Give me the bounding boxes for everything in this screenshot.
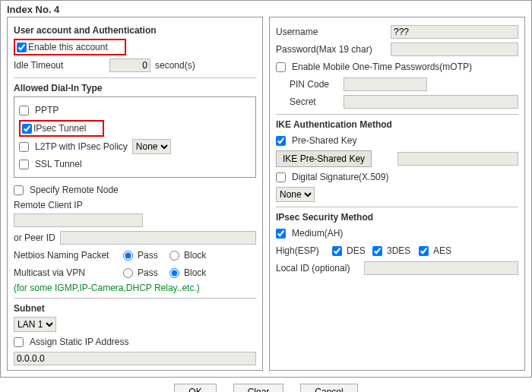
specify-remote-node-checkbox[interactable]: [14, 185, 24, 195]
subnet-select[interactable]: LAN 1: [14, 317, 56, 332]
multicast-pass-radio[interactable]: [123, 268, 133, 278]
specify-remote-node-label: Specify Remote Node: [30, 185, 119, 195]
pin-code-input[interactable]: [344, 77, 427, 91]
psk-label: Pre-Shared Key: [292, 135, 356, 146]
divider: [14, 77, 256, 78]
netbios-block-radio[interactable]: [169, 251, 179, 261]
multicast-label: Multicast via VPN: [14, 267, 120, 278]
ipsec-security-header: IPsec Security Method: [276, 212, 518, 223]
ssl-tunnel-label: SSL Tunnel: [35, 159, 82, 169]
netbios-label: Netbios Naming Packet: [14, 250, 120, 261]
highlight-ipsec-tunnel: IPsec Tunnel: [19, 120, 104, 137]
divider: [14, 298, 256, 299]
aes-label: AES: [433, 245, 451, 256]
username-label: Username: [276, 27, 386, 37]
password-input[interactable]: [391, 43, 518, 56]
user-auth-header: User account and Authentication: [14, 25, 256, 36]
ike-psk-button[interactable]: IKE Pre-Shared Key: [276, 150, 372, 167]
remote-client-ip-input[interactable]: [14, 213, 143, 227]
ssl-tunnel-checkbox[interactable]: [19, 160, 29, 169]
remote-client-ip-label: Remote Client IP: [14, 200, 256, 210]
local-id-label: Local ID (optional): [276, 263, 359, 273]
l2tp-label: L2TP with IPsec Policy: [35, 141, 128, 152]
right-panel: Username Password(Max 19 char) Enable Mo…: [269, 17, 525, 371]
digital-sig-checkbox[interactable]: [276, 172, 286, 182]
pptp-checkbox[interactable]: [19, 106, 29, 115]
ipsec-tunnel-label: IPsec Tunnel: [33, 123, 86, 134]
assign-static-ip-checkbox[interactable]: [14, 337, 24, 347]
enable-account-label: Enable this account: [28, 42, 108, 52]
l2tp-checkbox[interactable]: [19, 142, 29, 152]
medium-ah-checkbox[interactable]: [276, 229, 286, 239]
multicast-block-radio[interactable]: [169, 268, 179, 278]
psk-checkbox[interactable]: [276, 136, 286, 146]
assign-static-ip-label: Assign Static IP Address: [30, 337, 129, 347]
divider: [276, 114, 518, 115]
clear-button[interactable]: Clear: [233, 384, 284, 392]
subnet-header: Subnet: [14, 303, 256, 314]
idle-timeout-label: Idle Timeout: [14, 60, 105, 71]
multicast-note: (for some IGMP,IP-Camera,DHCP Relay..etc…: [14, 283, 256, 293]
static-ip-input[interactable]: [14, 352, 256, 365]
des-checkbox[interactable]: [332, 246, 342, 256]
netbios-pass-label: Pass: [138, 250, 166, 261]
highlight-enable-account: Enable this account: [14, 39, 126, 55]
l2tp-policy-select[interactable]: None: [132, 139, 171, 154]
ike-psk-input[interactable]: [397, 152, 518, 166]
digital-sig-select[interactable]: None: [276, 187, 315, 202]
medium-ah-label: Medium(AH): [292, 228, 343, 239]
page-title: Index No. 4: [7, 4, 525, 15]
allowed-dialin-group: PPTP IPsec Tunnel L2TP with IPsec Policy…: [14, 96, 256, 178]
motp-label: Enable Mobile One-Time Passwords(mOTP): [292, 62, 472, 72]
digital-sig-label: Digital Signature(X.509): [292, 172, 388, 182]
des-label: DES: [347, 245, 369, 256]
ike-header: IKE Authentication Method: [276, 119, 518, 130]
pin-code-label: PIN Code: [290, 79, 339, 90]
password-label: Password(Max 19 char): [276, 44, 386, 55]
netbios-pass-radio[interactable]: [123, 251, 133, 261]
enable-account-checkbox[interactable]: [17, 43, 27, 52]
cancel-button[interactable]: Cancel: [300, 384, 357, 392]
ok-button[interactable]: OK: [174, 384, 216, 392]
tripledes-checkbox[interactable]: [372, 246, 382, 256]
secret-label: Secret: [290, 96, 339, 107]
divider: [276, 207, 518, 207]
tripledes-label: 3DES: [387, 245, 416, 256]
peer-id-input[interactable]: [60, 231, 256, 245]
username-input[interactable]: [391, 25, 518, 39]
local-id-input[interactable]: [364, 261, 518, 275]
high-esp-label: High(ESP): [276, 245, 329, 256]
secret-input[interactable]: [344, 95, 518, 109]
motp-checkbox[interactable]: [276, 62, 286, 72]
netbios-block-label: Block: [184, 250, 206, 261]
multicast-pass-label: Pass: [138, 267, 166, 278]
aes-checkbox[interactable]: [419, 246, 429, 256]
multicast-block-label: Block: [184, 267, 206, 278]
allowed-dialin-header: Allowed Dial-In Type: [14, 83, 256, 93]
left-panel: User account and Authentication Enable t…: [7, 17, 263, 371]
peer-id-label: or Peer ID: [14, 232, 55, 243]
dialog: Index No. 4 User account and Authenticat…: [0, 0, 532, 378]
pptp-label: PPTP: [35, 105, 59, 115]
idle-timeout-input[interactable]: [109, 58, 150, 72]
ipsec-tunnel-checkbox[interactable]: [22, 124, 32, 134]
button-row: OK Clear Cancel: [0, 384, 532, 392]
idle-timeout-unit: second(s): [155, 60, 195, 71]
